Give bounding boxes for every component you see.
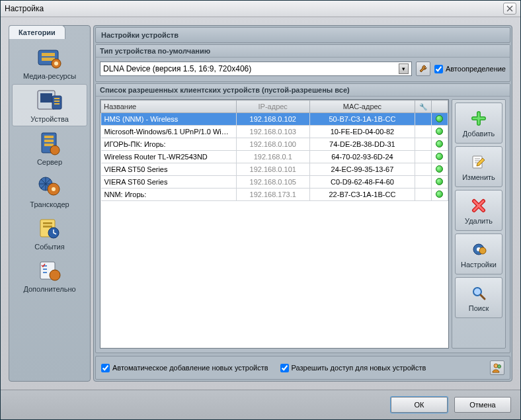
window-title: Настройка	[5, 4, 503, 13]
plus-icon	[469, 109, 488, 128]
cell-ip: 192.168.0.103	[236, 126, 309, 138]
search-button[interactable]: Поиск	[455, 277, 502, 318]
devices-icon	[35, 87, 64, 114]
sidebar-items: Медиа-ресурсы Устройства Сервер	[9, 42, 90, 296]
cell-tool	[415, 176, 431, 189]
cell-ip: 192.168.0.100	[236, 138, 309, 151]
table-row[interactable]: HMS (NNM) - Wireless192.168.0.10250-B7-C…	[101, 113, 448, 126]
status-online-icon	[436, 190, 443, 198]
auto-add-input[interactable]	[101, 364, 110, 372]
cell-name: HMS (NNM) - Wireless	[101, 113, 237, 126]
sidebar-item-label: Дополнительно	[9, 285, 90, 293]
cell-mac: C0-D9-62-48-F4-60	[309, 176, 415, 189]
svg-point-24	[50, 270, 60, 280]
auto-add-checkbox[interactable]: Автоматическое добавление новых устройст…	[101, 364, 268, 372]
svg-rect-21	[43, 226, 52, 228]
device-inner: Название IP-адрес MAC-адрес 🔧 HMS (NNM) …	[100, 99, 506, 349]
delete-button[interactable]: Удалить	[455, 190, 502, 231]
sidebar-item-media[interactable]: Медиа-ресурсы	[9, 42, 90, 83]
allow-new-input[interactable]	[280, 364, 289, 372]
events-icon	[35, 215, 64, 241]
svg-point-18	[52, 187, 56, 191]
cancel-button[interactable]: Отмена	[454, 397, 511, 413]
auto-detect-checkbox[interactable]: Автоопределение	[434, 65, 506, 73]
cell-ip: 192.168.0.101	[236, 163, 309, 176]
status-online-icon	[436, 115, 443, 122]
main-panel: Настройки устройств Тип устройства по-ум…	[93, 25, 512, 382]
sidebar-item-label: Медиа-ресурсы	[9, 72, 90, 80]
auto-detect-label: Автоопределение	[446, 65, 506, 73]
column-name[interactable]: Название	[101, 101, 237, 113]
body-row: Категории Медиа-ресурсы Устройства	[9, 25, 512, 382]
auto-detect-input[interactable]	[434, 65, 443, 73]
column-mac[interactable]: MAC-адрес	[309, 101, 415, 113]
user-access-button[interactable]	[490, 360, 504, 375]
status-online-icon	[436, 178, 443, 185]
titlebar: Настройка	[1, 1, 520, 17]
table-row[interactable]: ИГОРЬ-ПК: Игорь:192.168.0.10074-DE-2B-38…	[101, 138, 448, 151]
sidebar-item-additional[interactable]: Дополнительно	[9, 255, 90, 296]
sidebar-item-label: События	[9, 243, 90, 251]
ok-button[interactable]: ОК	[391, 397, 448, 413]
column-status[interactable]	[431, 101, 448, 113]
cell-name: NNM: Игорь:	[101, 189, 237, 201]
server-icon	[35, 130, 64, 157]
sidebar-item-label: Сервер	[9, 158, 90, 166]
close-button[interactable]	[503, 3, 516, 15]
sidebar-header: Категории	[9, 25, 65, 39]
svg-rect-6	[40, 93, 52, 103]
table-row[interactable]: VIERA ST50 Series192.168.0.10124-EC-99-3…	[101, 163, 448, 176]
edit-button[interactable]: Изменить	[455, 146, 502, 187]
table-row[interactable]: Wireless Router TL-WR2543ND192.168.0.164…	[101, 151, 448, 163]
svg-point-31	[498, 365, 501, 368]
chevron-down-icon: ▾	[399, 63, 409, 74]
cell-status	[431, 113, 448, 126]
cell-name: VIERA ST60 Series	[101, 176, 237, 189]
delete-icon	[469, 196, 488, 215]
column-tools[interactable]: 🔧	[415, 101, 431, 113]
table-row[interactable]: VIERA ST60 Series192.168.0.105C0-D9-62-4…	[101, 176, 448, 189]
default-type-row: DLNA Device (версия 1.5, 16:9, 720x406) …	[97, 60, 508, 80]
edit-icon	[469, 153, 488, 171]
device-type-dropdown[interactable]: DLNA Device (версия 1.5, 16:9, 720x406) …	[100, 62, 412, 76]
table-row[interactable]: Microsoft-Windows/6.1 UPnP/1.0 Windows19…	[101, 126, 448, 138]
table-header-row: Название IP-адрес MAC-адрес 🔧	[101, 101, 448, 113]
settings-button[interactable]: Настройки	[455, 233, 502, 274]
column-ip[interactable]: IP-адрес	[236, 101, 309, 113]
device-table: Название IP-адрес MAC-адрес 🔧 HMS (NNM) …	[100, 100, 448, 201]
cell-status	[431, 126, 448, 138]
status-online-icon	[436, 153, 443, 160]
cell-status	[431, 176, 448, 189]
sidebar: Категории Медиа-ресурсы Устройства	[9, 25, 91, 382]
cell-status	[431, 163, 448, 176]
table-row[interactable]: NNM: Игорь:192.168.173.122-B7-C3-1A-1B-C…	[101, 189, 448, 201]
users-icon	[492, 362, 502, 373]
search-label: Поиск	[469, 304, 489, 312]
wrench-icon	[419, 64, 428, 73]
allow-new-checkbox[interactable]: Разрешить доступ для новых устройств	[280, 364, 426, 372]
cell-ip: 192.168.173.1	[236, 189, 309, 201]
media-resources-icon	[35, 44, 64, 71]
delete-label: Удалить	[465, 217, 493, 225]
dialog-footer: ОК Отмена	[1, 390, 520, 419]
cell-tool	[415, 163, 431, 176]
sidebar-item-devices[interactable]: Устройства	[12, 84, 87, 126]
cell-ip: 192.168.0.102	[236, 113, 309, 126]
svg-rect-1	[42, 53, 55, 56]
sidebar-item-server[interactable]: Сервер	[9, 128, 90, 169]
sidebar-item-events[interactable]: События	[9, 212, 90, 253]
svg-point-28	[479, 247, 486, 254]
type-config-button[interactable]	[416, 62, 430, 76]
cell-mac: 10-FE-ED-04-00-82	[309, 126, 415, 138]
cell-status	[431, 138, 448, 151]
svg-rect-12	[44, 136, 54, 138]
add-button[interactable]: Добавить	[455, 103, 502, 144]
gear-icon	[469, 240, 488, 259]
status-online-icon	[436, 140, 443, 147]
allow-new-label: Разрешить доступ для новых устройств	[292, 364, 426, 372]
auto-add-label: Автоматическое добавление новых устройст…	[112, 364, 268, 372]
cell-mac: 74-DE-2B-38-DD-31	[309, 138, 415, 151]
status-online-icon	[436, 165, 443, 173]
cell-tool	[415, 151, 431, 163]
sidebar-item-transcoder[interactable]: Транскодер	[9, 170, 90, 211]
